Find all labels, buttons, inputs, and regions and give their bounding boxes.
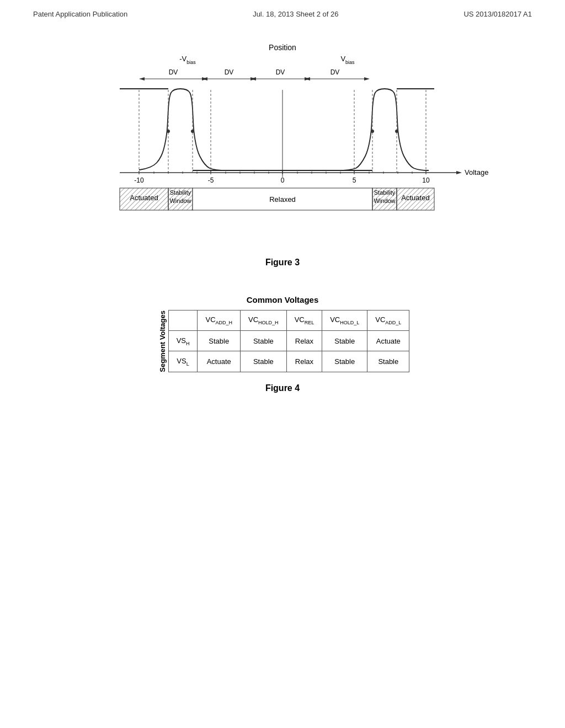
row-vsl-label: VSL [168,351,198,372]
common-voltages-table: Segment Voltages VCADD_H VCHOLD_H VCREL … [156,310,410,372]
header-center: Jul. 18, 2013 Sheet 2 of 26 [253,10,338,18]
figure3-section: Position -Vbias Vbias DV DV DV [76,40,489,267]
col-vcadd-l: VCADD_L [367,311,409,331]
svg-point-57 [167,130,170,133]
row-vsl-vchold-l: Stable [322,351,367,372]
row-vsh: VSH Stable Stable Relax Stable Actuate [156,331,409,351]
svg-text:Relaxed: Relaxed [269,195,296,204]
svg-text:5: 5 [353,176,356,184]
svg-text:-10: -10 [134,176,144,184]
row-vsh-vcrel: Relax [286,331,322,351]
row-vsh-vcadd-l: Actuate [367,331,409,351]
svg-text:Window: Window [169,197,191,204]
row-vsh-vchold-h: Stable [241,331,287,351]
segment-voltages-label: Segment Voltages [156,311,169,372]
svg-text:Voltage: Voltage [465,168,488,176]
svg-point-60 [395,130,398,133]
svg-text:10: 10 [422,176,430,184]
col-vcrel: VCREL [286,311,322,331]
figure4-caption: Figure 4 [89,383,476,393]
empty-header [168,311,198,331]
row-vsh-vcadd-h: Stable [198,331,241,351]
svg-text:DV: DV [331,68,340,76]
svg-text:DV: DV [169,68,178,76]
figure3-chart: Position -Vbias Vbias DV DV DV [89,40,476,250]
figure4-section: Common Voltages Segment Voltages VCADD_H… [89,295,476,393]
svg-text:Actuated: Actuated [401,194,429,202]
svg-text:Stability: Stability [170,189,191,196]
row-vsl-vchold-h: Stable [241,351,287,372]
row-vsh-label: VSH [168,331,198,351]
svg-marker-20 [456,171,462,174]
col-vchold-h: VCHOLD_H [241,311,287,331]
svg-point-58 [191,130,194,133]
header-right: US 2013/0182017 A1 [463,10,532,18]
page-header: Patent Application Publication Jul. 18, … [0,0,565,18]
svg-text:Stability: Stability [374,189,396,196]
svg-text:-5: -5 [208,176,214,184]
figure3-caption: Figure 3 [76,258,489,267]
svg-text:0: 0 [281,176,285,184]
svg-text:Actuated: Actuated [130,194,158,202]
header-left: Patent Application Publication [33,10,127,18]
svg-text:Position: Position [269,43,296,52]
row-vsh-vchold-l: Stable [322,331,367,351]
chart-container: Position -Vbias Vbias DV DV DV [89,40,476,250]
svg-text:DV: DV [225,68,234,76]
col-vcadd-h: VCADD_H [198,311,241,331]
svg-point-59 [371,130,374,133]
svg-text:Window: Window [374,197,395,204]
col-vchold-l: VCHOLD_L [322,311,367,331]
table-title: Common Voltages [89,295,476,304]
svg-text:-Vbias: -Vbias [179,55,196,65]
row-vsl-vcadd-l: Stable [367,351,409,372]
row-vsl-vcadd-h: Actuate [198,351,241,372]
svg-marker-18 [364,77,370,81]
header-row: Segment Voltages VCADD_H VCHOLD_H VCREL … [156,311,409,331]
row-vsl: VSL Actuate Stable Relax Stable Stable [156,351,409,372]
page: Patent Application Publication Jul. 18, … [0,0,565,728]
svg-marker-5 [139,77,145,81]
svg-text:DV: DV [276,68,285,76]
row-vsl-vcrel: Relax [286,351,322,372]
svg-text:Vbias: Vbias [340,55,355,65]
table-wrapper: Segment Voltages VCADD_H VCHOLD_H VCREL … [89,310,476,372]
